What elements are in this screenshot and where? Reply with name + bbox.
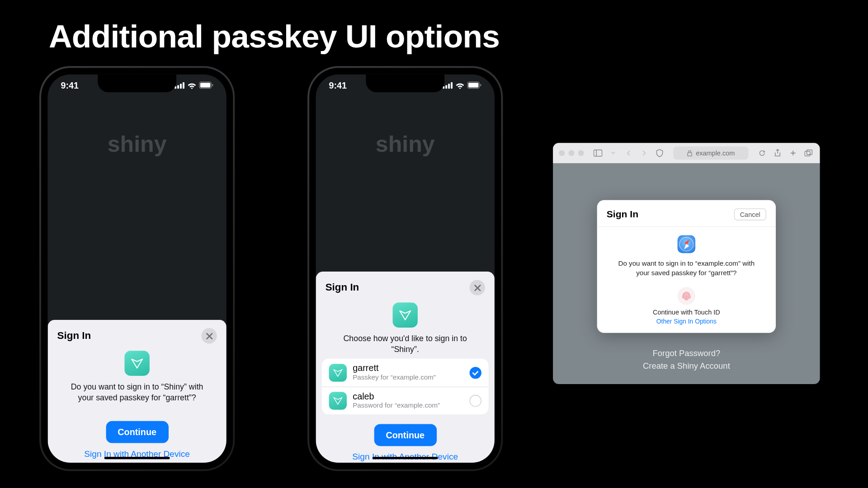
- safari-icon: [678, 235, 696, 253]
- close-button[interactable]: [201, 328, 217, 343]
- safari-window: example.com Sign In Cancel Do you want t…: [553, 143, 820, 384]
- svg-rect-9: [448, 84, 450, 89]
- credential-subtitle: Password for “example.com”: [353, 402, 463, 410]
- share-icon[interactable]: [772, 148, 783, 159]
- credential-list: garrett Passkey for “example.com” caleb …: [322, 359, 489, 414]
- svg-rect-16: [688, 152, 692, 155]
- credential-name: caleb: [353, 392, 463, 402]
- sheet-title: Sign In: [57, 330, 91, 342]
- wifi-icon: [455, 82, 465, 88]
- wifi-icon: [187, 82, 197, 88]
- sidebar-toggle-icon[interactable]: [592, 148, 603, 159]
- svg-rect-17: [805, 151, 810, 156]
- zoom-dot-icon[interactable]: [578, 150, 584, 156]
- new-tab-icon[interactable]: [788, 148, 798, 159]
- svg-rect-8: [445, 85, 447, 89]
- sheet-title: Sign In: [326, 282, 359, 293]
- app-icon: [124, 351, 149, 375]
- tabs-icon[interactable]: [803, 148, 814, 159]
- svg-rect-18: [807, 150, 812, 155]
- svg-rect-12: [468, 83, 478, 88]
- signin-sheet: Sign In Choose how you'd like to sign in…: [316, 272, 495, 463]
- status-time: 9:41: [329, 80, 347, 90]
- chevron-down-icon: [608, 148, 618, 159]
- svg-rect-14: [594, 150, 602, 156]
- device-notch: [98, 75, 176, 93]
- lock-icon: [687, 150, 692, 156]
- traffic-lights[interactable]: [559, 150, 584, 156]
- slide-title: Additional passkey UI options: [49, 18, 500, 55]
- credential-subtitle: Passkey for “example.com”: [353, 373, 463, 381]
- page-footer-links: Forgot Password? Create a Shiny Account: [553, 347, 820, 372]
- passkey-icon: [329, 364, 347, 382]
- url-text: example.com: [696, 150, 735, 157]
- credential-row-garrett[interactable]: garrett Passkey for “example.com”: [322, 359, 489, 386]
- svg-rect-10: [451, 82, 453, 88]
- signin-sheet: Sign In Do you want to sign in to “Shiny…: [47, 320, 226, 463]
- other-options-link[interactable]: Other Sign In Options: [597, 318, 776, 325]
- battery-icon: [467, 82, 481, 89]
- signin-prompt: Do you want to sign in to “Shiny” with y…: [47, 382, 226, 404]
- signin-dialog: Sign In Cancel Do you want to sign in to…: [597, 200, 776, 333]
- svg-rect-5: [200, 83, 210, 88]
- svg-rect-1: [177, 85, 179, 89]
- radio-unselected-icon: [470, 395, 481, 407]
- app-background-title: shiny: [316, 131, 495, 157]
- continue-button[interactable]: Continue: [106, 421, 168, 443]
- phone-mockup-2: 9:41 shiny Sign In Choose ho: [307, 66, 503, 471]
- close-dot-icon[interactable]: [559, 150, 565, 156]
- dialog-title: Sign In: [607, 209, 638, 220]
- minimize-dot-icon[interactable]: [568, 150, 574, 156]
- continue-button[interactable]: Continue: [374, 424, 436, 446]
- cancel-button[interactable]: Cancel: [734, 208, 766, 220]
- home-indicator: [373, 457, 438, 459]
- svg-rect-6: [212, 84, 213, 86]
- create-account-link[interactable]: Create a Shiny Account: [553, 360, 820, 372]
- safari-toolbar: example.com: [553, 143, 820, 163]
- svg-rect-13: [480, 84, 481, 86]
- radio-selected-icon: [470, 366, 481, 378]
- app-icon: [393, 303, 418, 328]
- forgot-password-link[interactable]: Forgot Password?: [553, 347, 820, 360]
- status-time: 9:41: [61, 80, 79, 90]
- touch-id-label: Continue with Touch ID: [597, 309, 776, 316]
- dialog-prompt: Do you want to sign in to “example.com” …: [597, 259, 776, 277]
- home-indicator: [104, 457, 170, 459]
- phone-mockup-1: 9:41 shiny Sign In Do you wa: [39, 66, 235, 471]
- close-button[interactable]: [470, 280, 485, 295]
- touch-id-icon[interactable]: [678, 287, 696, 305]
- url-bar[interactable]: example.com: [673, 146, 748, 160]
- back-icon: [623, 148, 634, 159]
- device-notch: [366, 75, 444, 93]
- battery-icon: [199, 82, 213, 89]
- forward-icon: [639, 148, 650, 159]
- reload-icon[interactable]: [757, 148, 768, 159]
- credential-row-caleb[interactable]: caleb Password for “example.com”: [322, 386, 489, 414]
- svg-rect-2: [180, 84, 182, 89]
- signin-prompt: Choose how you'd like to sign in to “Shi…: [316, 333, 495, 355]
- credential-name: garrett: [353, 364, 463, 374]
- svg-rect-3: [183, 82, 184, 88]
- passkey-icon: [329, 392, 347, 410]
- shield-icon[interactable]: [654, 148, 665, 159]
- app-background-title: shiny: [47, 131, 226, 157]
